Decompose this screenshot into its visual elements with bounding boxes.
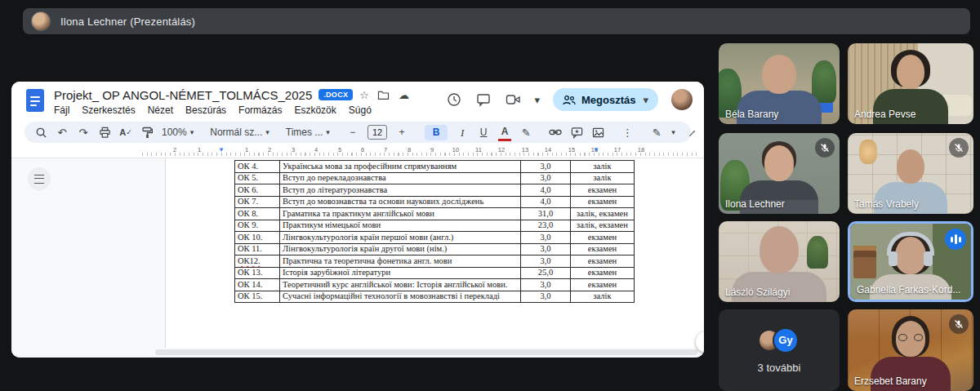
course-exam[interactable]: залік, екзамен bbox=[571, 208, 635, 220]
insert-link-icon[interactable] bbox=[549, 125, 562, 140]
course-exam[interactable]: екзамен bbox=[571, 196, 635, 208]
course-name[interactable]: Сучасні інформаційні технології в мовозн… bbox=[280, 291, 521, 303]
font-size-increase-button[interactable]: + bbox=[395, 125, 408, 140]
show-outline-button[interactable] bbox=[28, 167, 51, 190]
menu-format[interactable]: Formázás bbox=[238, 104, 282, 116]
course-name[interactable]: Історія зарубіжної літератури bbox=[280, 267, 521, 279]
add-comment-icon[interactable] bbox=[570, 125, 583, 140]
redo-icon[interactable]: ↷ bbox=[77, 125, 90, 140]
font-size-decrease-button[interactable]: − bbox=[346, 125, 359, 140]
course-credits[interactable]: 31,0 bbox=[521, 208, 571, 220]
course-name[interactable]: Практична та теоретична фонетика англ. м… bbox=[280, 255, 521, 268]
paint-format-icon[interactable] bbox=[140, 125, 154, 140]
more-participants-tile[interactable]: Gy 3 további bbox=[719, 309, 840, 391]
highlight-color-icon[interactable]: ✎ bbox=[519, 125, 532, 140]
underline-button[interactable]: U bbox=[477, 125, 490, 140]
course-name[interactable]: Теоретичний курс англійської мови: Істор… bbox=[280, 279, 521, 291]
share-button[interactable]: Megosztás ▾ bbox=[553, 88, 658, 111]
menu-help[interactable]: Súgó bbox=[349, 104, 372, 116]
menu-view[interactable]: Nézet bbox=[148, 104, 173, 116]
indent-marker-icon[interactable]: ▼ bbox=[218, 147, 225, 153]
course-code[interactable]: ОК 8. bbox=[235, 208, 280, 220]
menu-tools[interactable]: Eszközök bbox=[294, 104, 336, 116]
text-color-button[interactable]: A bbox=[498, 124, 511, 141]
course-exam[interactable]: екзамен bbox=[571, 267, 635, 279]
course-code[interactable]: ОК 9. bbox=[235, 220, 280, 232]
move-folder-icon[interactable] bbox=[376, 87, 392, 103]
participant-tile[interactable]: László Szilágyi bbox=[719, 221, 840, 302]
zoom-select[interactable]: 100% ▾ bbox=[162, 127, 194, 138]
course-name[interactable]: Практикум німецької мови bbox=[280, 220, 521, 232]
hide-menus-icon[interactable] bbox=[689, 131, 695, 136]
print-icon[interactable] bbox=[98, 125, 111, 140]
course-name[interactable]: Вступ до перекладознавства bbox=[280, 172, 521, 184]
course-exam[interactable]: екзамен bbox=[571, 184, 635, 197]
course-credits[interactable]: 3,0 bbox=[521, 172, 571, 184]
course-code[interactable]: ОК12. bbox=[235, 255, 280, 268]
editing-mode-caret-icon[interactable]: ▾ bbox=[671, 128, 675, 136]
docs-logo-icon[interactable] bbox=[26, 89, 44, 112]
course-credits[interactable]: 3,0 bbox=[521, 161, 571, 173]
participant-tile[interactable]: Andrea Pevse bbox=[848, 43, 973, 124]
star-icon[interactable]: ☆ bbox=[359, 90, 369, 100]
account-avatar[interactable] bbox=[671, 89, 693, 110]
course-credits[interactable]: 3,0 bbox=[521, 291, 571, 303]
course-exam[interactable]: екзамен bbox=[571, 232, 635, 244]
menu-edit[interactable]: Szerkesztés bbox=[82, 104, 135, 116]
course-name[interactable]: Українська мова за професійним спрямуван… bbox=[280, 161, 521, 173]
course-code[interactable]: ОК 13. bbox=[235, 267, 280, 279]
spellcheck-icon[interactable]: A✓ bbox=[119, 125, 132, 140]
course-name[interactable]: Граматика та практикум англійської мови bbox=[280, 208, 521, 220]
course-credits[interactable]: 3,0 bbox=[521, 279, 571, 291]
italic-button[interactable]: I bbox=[456, 125, 469, 140]
document-title[interactable]: Projekt_ OP ANGOL-NÉMET_TOLMÁCS_2025 bbox=[54, 88, 312, 102]
course-code[interactable]: ОК 5. bbox=[235, 172, 280, 184]
course-name[interactable]: Вступ до літературознавства bbox=[280, 184, 521, 197]
course-exam[interactable]: залік bbox=[571, 172, 635, 184]
course-exam[interactable]: залік bbox=[571, 161, 635, 173]
course-exam[interactable]: залік bbox=[571, 291, 635, 303]
share-caret-icon[interactable]: ▾ bbox=[643, 94, 648, 106]
participant-tile-speaking[interactable]: Gabriella Farkas-Kord... bbox=[848, 221, 973, 302]
undo-icon[interactable]: ↶ bbox=[56, 125, 69, 140]
meet-camera-icon[interactable] bbox=[505, 91, 521, 108]
comments-icon[interactable] bbox=[475, 91, 492, 108]
version-history-icon[interactable] bbox=[446, 91, 462, 108]
course-credits[interactable]: 25,0 bbox=[521, 267, 571, 279]
course-credits[interactable]: 4,0 bbox=[521, 184, 571, 197]
course-name[interactable]: Вступ до мовознавства та основи наукових… bbox=[280, 196, 521, 208]
course-code[interactable]: ОК 7. bbox=[235, 196, 280, 208]
course-code[interactable]: ОК 6. bbox=[235, 184, 280, 197]
course-code[interactable]: ОК 11. bbox=[235, 243, 280, 255]
editing-mode-icon[interactable]: ✎ bbox=[650, 125, 663, 140]
participant-tile[interactable]: Béla Barany bbox=[719, 43, 840, 124]
course-code[interactable]: ОК 15. bbox=[235, 291, 280, 303]
font-size-field[interactable]: 12 bbox=[368, 125, 387, 140]
menu-file[interactable]: Fájl bbox=[54, 104, 69, 116]
search-menus-icon[interactable] bbox=[34, 125, 47, 140]
course-name[interactable]: Лінгвокультурологія країн другої мови (н… bbox=[280, 243, 521, 255]
course-credits[interactable]: 3,0 bbox=[521, 232, 571, 244]
toolbar-more-icon[interactable]: ⋮ bbox=[621, 125, 634, 140]
course-exam[interactable]: екзамен bbox=[571, 279, 635, 291]
course-credits[interactable]: 23,0 bbox=[521, 220, 571, 232]
course-name[interactable]: Лінгвокультурологія країн першої мови (а… bbox=[280, 232, 521, 244]
course-exam[interactable]: екзамен bbox=[571, 243, 635, 255]
meet-caret-icon[interactable]: ▾ bbox=[534, 94, 540, 106]
course-code[interactable]: ОК 10. bbox=[235, 232, 280, 244]
bold-button[interactable]: B bbox=[425, 125, 448, 140]
participant-tile[interactable]: Erzsebet Barany bbox=[848, 309, 973, 391]
course-code[interactable]: ОК 14. bbox=[235, 279, 280, 291]
participant-tile[interactable]: Ilona Lechner bbox=[719, 133, 840, 214]
course-code[interactable]: ОК 4. bbox=[235, 161, 280, 173]
course-exam[interactable]: залік, екзамен bbox=[571, 220, 635, 232]
course-credits[interactable]: 4,0 bbox=[521, 196, 571, 208]
course-exam[interactable]: екзамен bbox=[571, 255, 635, 268]
participant-tile[interactable]: Tamás Vrabely bbox=[848, 133, 973, 214]
course-credits[interactable]: 3,0 bbox=[521, 243, 571, 255]
cloud-status-icon[interactable]: ☁ bbox=[399, 90, 409, 100]
paragraph-style-select[interactable]: Normál sz... ▾ bbox=[210, 127, 270, 138]
right-indent-marker-icon[interactable]: ▼ bbox=[593, 147, 599, 153]
course-credits[interactable]: 3,0 bbox=[521, 255, 571, 268]
font-select[interactable]: Times ... ▾ bbox=[286, 127, 330, 138]
